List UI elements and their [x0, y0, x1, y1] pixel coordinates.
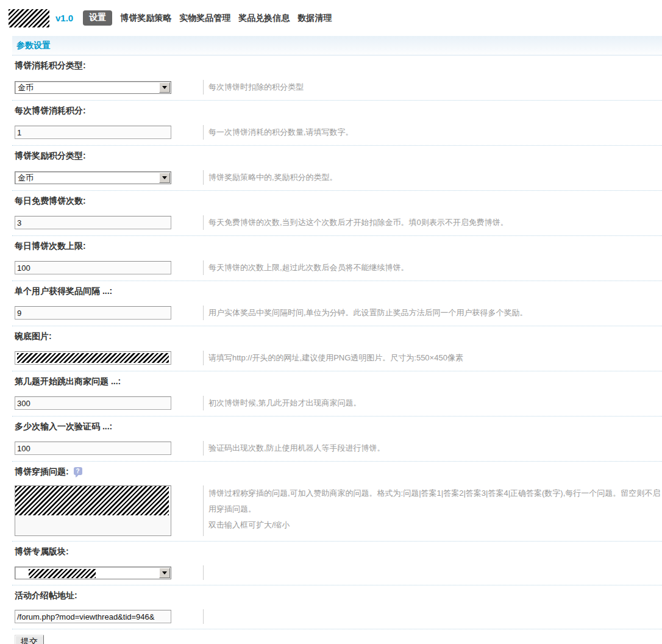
prize-win-interval-description: 用户实体奖品中奖间隔时间,单位为分钟。此设置防止奖品方法后同一个用户获得多个奖励…	[204, 305, 662, 321]
free-plays-per-day-description-text: 每天免费博饼的次数,当到达这个次数后才开始扣除金币。填0则表示不开启免费博饼。	[208, 215, 662, 231]
free-plays-per-day-label: 每日免费博饼次数:	[15, 195, 662, 206]
max-plays-per-day-label-text: 每日博饼次数上限:	[15, 241, 86, 251]
merchant-question-start-body: 初次博饼时候,第几此开始才出现商家问题。	[15, 395, 662, 411]
section-title: 参数设置	[16, 40, 51, 50]
tab-0[interactable]: 设置	[83, 10, 112, 26]
reward-credit-type-body: 金币博饼奖励策略中的,奖励积分的类型。	[15, 170, 662, 185]
settings-form: 博饼消耗积分类型:金币每次博饼时扣除的积分类型每次博饼消耗积分:每一次博饼消耗的…	[12, 55, 662, 644]
bowl-image-url-body: 请填写http://开头的的网址,建议使用PNG透明图片。尺寸为:550×450…	[15, 350, 662, 366]
bowl-image-url-description-text: 请填写http://开头的的网址,建议使用PNG透明图片。尺寸为:550×450…	[208, 350, 662, 366]
consume-credits-per-play-description: 每一次博饼消耗的积分数量,请填写数字。	[204, 124, 662, 140]
prize-win-interval-input[interactable]	[15, 306, 171, 320]
intro-thread-url-input[interactable]	[15, 610, 171, 623]
max-plays-per-day-label: 每日博饼次数上限:	[15, 240, 662, 251]
tab-2[interactable]: 实物奖品管理	[179, 13, 230, 24]
help-icon[interactable]: ?	[74, 467, 82, 475]
intro-thread-url-control-cell	[15, 609, 204, 624]
form-row-free-plays-per-day: 每日免费博饼次数:每天免费博饼的次数,当到达这个次数后才开始扣除金币。填0则表示…	[12, 191, 662, 236]
prize-win-interval-description-text: 用户实体奖品中奖间隔时间,单位为分钟。此设置防止奖品方法后同一个用户获得多个奖励…	[208, 305, 662, 321]
captcha-frequency-body: 验证码出现次数,防止使用机器人等手段进行博饼。	[15, 440, 662, 456]
bowl-image-url-redacted-value	[17, 353, 169, 363]
inserted-questions-label-text: 博饼穿插问题:	[15, 467, 69, 476]
intro-thread-url-label-text: 活动介绍帖地址:	[15, 590, 77, 600]
exclusive-forum-label: 博饼专属版块:	[15, 546, 662, 557]
max-plays-per-day-control-cell	[15, 260, 204, 275]
header: v1.0 设置博饼奖励策略实物奖品管理奖品兑换信息数据清理	[0, 0, 662, 30]
merchant-question-start-input[interactable]	[15, 396, 171, 410]
free-plays-per-day-input[interactable]	[15, 216, 171, 229]
max-plays-per-day-body: 每天博饼的次数上限,超过此次数后会员将不能继续博饼。	[15, 260, 662, 276]
exclusive-forum-select[interactable]	[15, 567, 171, 579]
merchant-question-start-label-text: 第几题开始跳出商家问题 ...:	[15, 376, 121, 386]
version-label: v1.0	[55, 13, 73, 23]
intro-thread-url-body	[15, 609, 662, 624]
consume-credits-per-play-control-cell	[15, 125, 204, 140]
captcha-frequency-label: 多少次输入一次验证码 ...:	[15, 421, 662, 432]
dropdown-button[interactable]	[159, 82, 170, 93]
free-plays-per-day-description: 每天免费博饼的次数,当到达这个次数后才开始扣除金币。填0则表示不开启免费博饼。	[204, 215, 662, 231]
captcha-frequency-label-text: 多少次输入一次验证码 ...:	[15, 421, 112, 431]
captcha-frequency-control-cell	[15, 441, 204, 456]
tab-3[interactable]: 奖品兑换信息	[238, 13, 290, 24]
section-header: 参数设置	[12, 36, 662, 55]
consume-credits-per-play-input[interactable]	[15, 126, 171, 139]
captcha-frequency-input[interactable]	[15, 442, 171, 455]
submit-button[interactable]: 提交	[15, 635, 44, 644]
exclusive-forum-select-value	[15, 567, 159, 579]
reward-credit-type-control-cell: 金币	[15, 170, 204, 185]
tab-4[interactable]: 数据清理	[297, 13, 332, 24]
reward-credit-type-select[interactable]: 金币	[15, 171, 171, 184]
chevron-down-icon	[162, 86, 167, 91]
reward-credit-type-label: 博饼奖励积分类型:	[15, 150, 662, 161]
free-plays-per-day-label-text: 每日免费博饼次数:	[15, 196, 86, 206]
free-plays-per-day-body: 每天免费博饼的次数,当到达这个次数后才开始扣除金币。填0则表示不开启免费博饼。	[15, 215, 662, 231]
consume-credits-per-play-body: 每一次博饼消耗的积分数量,请填写数字。	[15, 124, 662, 140]
dropdown-button[interactable]	[159, 568, 170, 578]
form-row-intro-thread-url: 活动介绍帖地址:	[12, 585, 662, 629]
form-row-inserted-questions: 博饼穿插问题:?博饼过程称穿插的问题,可加入赞助商家的问题。格式为:问题|答案1…	[12, 462, 662, 542]
intro-thread-url-label: 活动介绍帖地址:	[15, 590, 662, 601]
logo-redacted	[9, 9, 49, 27]
inserted-questions-redacted-value	[15, 486, 169, 515]
bowl-image-url-description: 请填写http://开头的的网址,建议使用PNG透明图片。尺寸为:550×450…	[204, 350, 662, 366]
form-row-exclusive-forum: 博饼专属版块:	[12, 542, 662, 585]
max-plays-per-day-description: 每天博饼的次数上限,超过此次数后会员将不能继续博饼。	[204, 260, 662, 276]
merchant-question-start-description-text: 初次博饼时候,第几此开始才出现商家问题。	[208, 395, 662, 411]
bowl-image-url-label-text: 碗底图片:	[15, 331, 52, 341]
form-row-reward-credit-type: 博饼奖励积分类型:金币博饼奖励策略中的,奖励积分的类型。	[12, 146, 662, 191]
max-plays-per-day-description-text: 每天博饼的次数上限,超过此次数后会员将不能继续博饼。	[208, 260, 662, 276]
form-row-captcha-frequency: 多少次输入一次验证码 ...:验证码出现次数,防止使用机器人等手段进行博饼。	[12, 417, 662, 462]
inserted-questions-control-cell	[15, 485, 204, 536]
exclusive-forum-body	[15, 565, 662, 580]
reward-credit-type-select-value: 金币	[15, 172, 159, 184]
captcha-frequency-description-text: 验证码出现次数,防止使用机器人等手段进行博饼。	[208, 440, 662, 456]
chevron-down-icon	[162, 176, 167, 182]
form-row-bowl-image-url: 碗底图片:请填写http://开头的的网址,建议使用PNG透明图片。尺寸为:55…	[12, 326, 662, 371]
inserted-questions-body: 博饼过程称穿插的问题,可加入赞助商家的问题。格式为:问题|答案1|答案2|答案3…	[15, 485, 662, 536]
consume-credit-type-label-text: 博饼消耗积分类型:	[15, 60, 86, 70]
max-plays-per-day-input[interactable]	[15, 261, 171, 274]
prize-win-interval-body: 用户实体奖品中奖间隔时间,单位为分钟。此设置防止奖品方法后同一个用户获得多个奖励…	[15, 305, 662, 321]
reward-credit-type-description-text: 博饼奖励策略中的,奖励积分的类型。	[208, 170, 662, 185]
reward-credit-type-label-text: 博饼奖励积分类型:	[15, 151, 86, 160]
consume-credits-per-play-description-text: 每一次博饼消耗的积分数量,请填写数字。	[208, 124, 662, 140]
dropdown-button[interactable]	[159, 173, 170, 183]
merchant-question-start-control-cell	[15, 396, 204, 410]
captcha-frequency-description: 验证码出现次数,防止使用机器人等手段进行博饼。	[204, 440, 662, 456]
inserted-questions-description: 博饼过程称穿插的问题,可加入赞助商家的问题。格式为:问题|答案1|答案2|答案3…	[204, 485, 662, 533]
inserted-questions-textarea[interactable]	[15, 485, 171, 536]
prize-win-interval-label-text: 单个用户获得奖品间隔 ...:	[15, 286, 112, 296]
consume-credit-type-select[interactable]: 金币	[15, 81, 171, 94]
tab-1[interactable]: 博饼奖励策略	[120, 13, 171, 24]
merchant-question-start-description: 初次博饼时候,第几此开始才出现商家问题。	[204, 395, 662, 411]
prize-win-interval-label: 单个用户获得奖品间隔 ...:	[15, 285, 662, 296]
exclusive-forum-redacted-value	[29, 569, 96, 578]
nav-tabs: 设置博饼奖励策略实物奖品管理奖品兑换信息数据清理	[83, 10, 332, 26]
consume-credit-type-label: 博饼消耗积分类型:	[15, 60, 662, 71]
consume-credits-per-play-label-text: 每次博饼消耗积分:	[15, 106, 86, 115]
inserted-questions-label: 博饼穿插问题:?	[15, 466, 662, 477]
form-row-consume-credits-per-play: 每次博饼消耗积分:每一次博饼消耗的积分数量,请填写数字。	[12, 101, 662, 146]
reward-credit-type-description: 博饼奖励策略中的,奖励积分的类型。	[204, 170, 662, 185]
merchant-question-start-label: 第几题开始跳出商家问题 ...:	[15, 376, 662, 387]
bowl-image-url-input[interactable]	[15, 351, 171, 365]
